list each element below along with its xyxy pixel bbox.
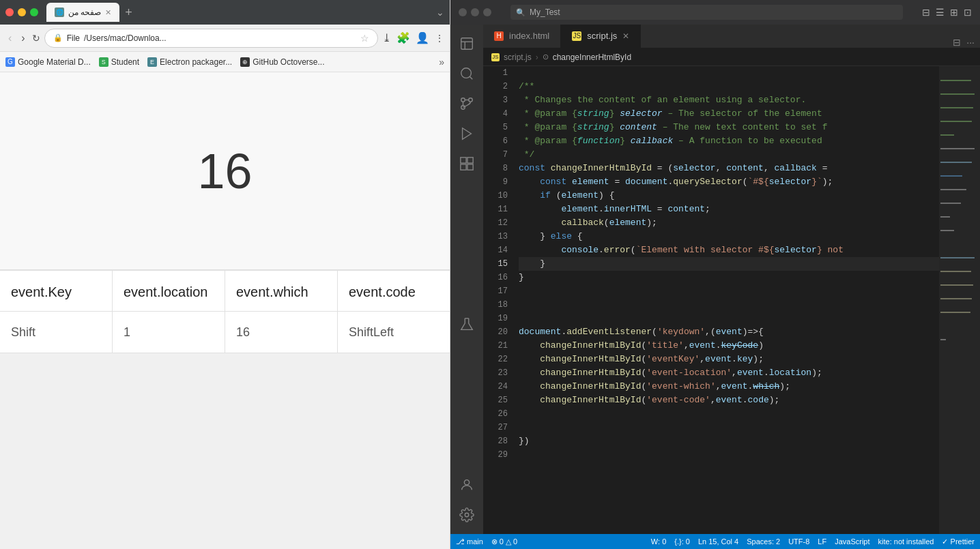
active-browser-tab[interactable]: 🌐 صفحه من ✕: [46, 3, 119, 22]
code-line-13: } else {: [519, 230, 939, 243]
vscode-titlebar: 🔍 My_Test ⊟ ☰ ⊞ ⊡: [450, 0, 980, 25]
split-editor-icon[interactable]: ⊟: [922, 7, 930, 18]
branch-icon: ⎇: [456, 537, 465, 546]
tab-dropdown-button[interactable]: ⌄: [436, 7, 444, 18]
menu-button[interactable]: ⋮: [435, 33, 444, 44]
tab-script-js[interactable]: JS script.js ✕: [561, 25, 641, 48]
html-file-icon: H: [494, 31, 504, 41]
editor-area: H index.html JS script.js ✕ ⊟ ··· JS scr…: [483, 25, 980, 534]
tab-close-button[interactable]: ✕: [105, 8, 111, 17]
error-icon: ⊗: [491, 537, 498, 546]
status-branch[interactable]: ⎇ main: [456, 537, 483, 546]
status-kite[interactable]: kite: not installed: [878, 537, 934, 546]
vscode-minimize-button[interactable]: [471, 8, 479, 16]
line-num-10: 10: [483, 189, 508, 203]
code-line-24: changeInnerHtmlById('event-which',event.…: [519, 380, 939, 394]
line-num-26: 26: [483, 407, 508, 421]
account-icon[interactable]: [453, 471, 480, 499]
new-tab-button[interactable]: +: [125, 6, 132, 18]
event-key-value: Shift: [0, 312, 112, 353]
bookmark-label-4: GitHub Octoverse...: [253, 57, 324, 67]
code-line-27: [519, 421, 939, 434]
forward-button[interactable]: ›: [18, 31, 27, 46]
code-editor[interactable]: 1 2 3 4 5 6 7 8 9 10 11 12 13 14: [483, 66, 939, 534]
browser-tab-bar: 🌐 صفحه من ✕ + ⌄: [0, 0, 450, 25]
code-line-18: [519, 298, 939, 312]
tab-favicon: 🌐: [55, 8, 64, 17]
traffic-lights: [5, 8, 38, 16]
line-num-23: 23: [483, 366, 508, 380]
bookmark-github[interactable]: ⊕ GitHub Octoverse...: [240, 57, 324, 67]
code-line-4: * @param {string} selector – The selecto…: [519, 107, 939, 121]
bookmark-label-1: Google Material D...: [18, 57, 91, 67]
vscode-panel: 🔍 My_Test ⊟ ☰ ⊞ ⊡: [450, 0, 980, 549]
svg-rect-7: [467, 158, 473, 163]
breadcrumb-file-icon: JS: [491, 53, 500, 61]
address-input[interactable]: 🔒 File /Users/mac/Downloa... ☆: [44, 29, 378, 48]
layout-icon-4[interactable]: ⊡: [964, 7, 972, 18]
line-numbers: 1 2 3 4 5 6 7 8 9 10 11 12 13 14: [483, 66, 513, 534]
code-line-20: document.addEventListener('keydown',(eve…: [519, 325, 939, 339]
code-content[interactable]: /** * Changes the content of an element …: [513, 66, 939, 534]
explorer-icon[interactable]: [453, 30, 480, 57]
status-encoding[interactable]: UTF-8: [788, 537, 809, 546]
bookmark-google-material[interactable]: G Google Material D...: [5, 57, 91, 67]
more-actions-button[interactable]: ···: [966, 37, 975, 48]
extension-icon[interactable]: 🧩: [397, 31, 410, 44]
status-line-col[interactable]: Ln 15, Col 4: [698, 537, 738, 546]
tab-close-js-button[interactable]: ✕: [622, 31, 629, 41]
code-line-9: const element = document.querySelector(`…: [519, 175, 939, 189]
tab-title: صفحه من: [68, 8, 101, 17]
line-num-11: 11: [483, 203, 508, 216]
status-language[interactable]: JavaScript: [835, 537, 869, 546]
testing-icon[interactable]: [453, 311, 480, 338]
layout-icon-3[interactable]: ⊞: [950, 7, 958, 18]
line-num-4: 4: [483, 107, 508, 121]
minimize-traffic-light[interactable]: [18, 8, 26, 16]
bookmarks-bar: G Google Material D... S Student E Elect…: [0, 52, 450, 72]
bookmark-student[interactable]: S Student: [99, 57, 139, 67]
tab-label-js: script.js: [587, 31, 617, 41]
code-line-21: changeInnerHtmlById('title',event.keyCod…: [519, 339, 939, 353]
vscode-search-bar[interactable]: 🔍 My_Test: [510, 5, 903, 20]
bookmark-electron[interactable]: E Electron packager...: [147, 57, 232, 67]
tab-index-html[interactable]: H index.html: [483, 25, 561, 48]
status-prettier[interactable]: ✓ Prettier: [942, 537, 975, 546]
line-num-1: 1: [483, 66, 508, 80]
breadcrumb-separator: ›: [536, 53, 538, 62]
line-num-18: 18: [483, 298, 508, 312]
code-line-15: }: [519, 257, 939, 271]
code-line-14: console.error(`Element with selector #${…: [519, 243, 939, 257]
source-control-icon[interactable]: [453, 90, 480, 117]
run-debug-icon[interactable]: [453, 120, 480, 147]
status-line-ending[interactable]: LF: [818, 537, 826, 546]
refresh-button[interactable]: ↻: [32, 33, 40, 44]
back-button[interactable]: ‹: [5, 31, 14, 46]
minimap-viewport: [939, 66, 980, 534]
code-line-16: }: [519, 271, 939, 284]
tab-label-html: index.html: [509, 31, 549, 41]
search-activity-icon[interactable]: [453, 60, 480, 87]
svg-point-11: [465, 513, 469, 517]
code-line-12: callback(element);: [519, 216, 939, 230]
extensions-icon[interactable]: [453, 150, 480, 177]
profile-icon[interactable]: 👤: [416, 31, 429, 44]
svg-point-3: [469, 98, 473, 102]
settings-icon[interactable]: [453, 501, 480, 529]
download-icon[interactable]: ⤓: [382, 31, 391, 44]
vscode-maximize-button[interactable]: [483, 8, 491, 16]
maximize-traffic-light[interactable]: [30, 8, 38, 16]
vscode-close-button[interactable]: [459, 8, 467, 16]
line-num-27: 27: [483, 421, 508, 434]
close-traffic-light[interactable]: [5, 8, 14, 16]
split-editor-button[interactable]: ⊟: [953, 37, 961, 48]
browser-panel: 🌐 صفحه من ✕ + ⌄ ‹ › ↻ 🔒 File /Users/mac/…: [0, 0, 450, 549]
status-spaces[interactable]: Spaces: 2: [747, 537, 780, 546]
status-errors[interactable]: ⊗ 0 △ 0: [491, 537, 517, 546]
bookmark-favicon-2: S: [99, 57, 109, 67]
bookmark-star-icon[interactable]: ☆: [360, 33, 369, 44]
code-line-26: [519, 407, 939, 421]
layout-icon-2[interactable]: ☰: [936, 7, 945, 18]
bookmarks-more-button[interactable]: »: [439, 57, 444, 68]
svg-point-2: [461, 98, 465, 102]
